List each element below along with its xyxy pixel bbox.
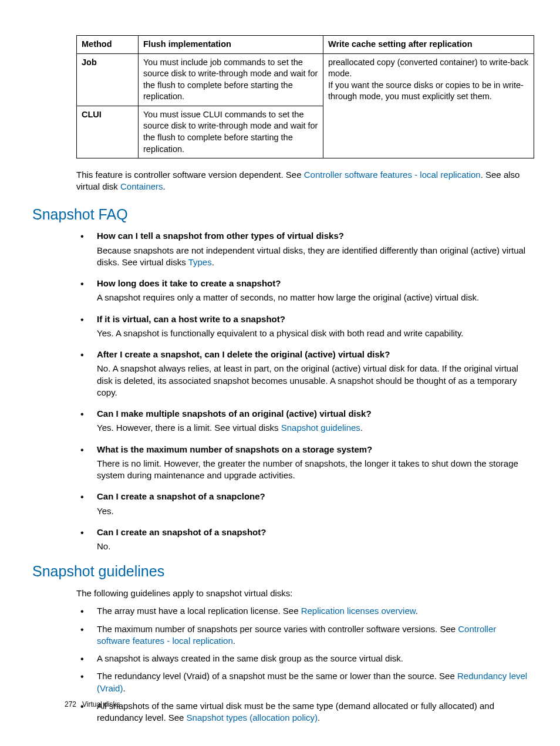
faq-question: After I create a snapshot, can I delete … <box>97 349 528 360</box>
th-flush: Flush implementation <box>139 36 323 54</box>
faq-answer: There is no limit. However, the greater … <box>97 458 528 482</box>
guideline-text: A snapshot is always created in the same… <box>97 653 403 663</box>
faq-question: If it is virtual, can a host write to a … <box>97 313 528 325</box>
guideline-text: . <box>416 606 418 616</box>
link-controller-features[interactable]: Controller software features - local rep… <box>304 170 481 180</box>
faq-item: What is the maximum number of snapshots … <box>97 444 528 482</box>
guidelines-intro: The following guidelines apply to snapsh… <box>76 588 528 599</box>
faq-item: How long does it take to create a snapsh… <box>97 278 528 304</box>
faq-question: What is the maximum number of snapshots … <box>97 444 528 455</box>
guideline-item: The array must have a local replication … <box>97 605 528 617</box>
faq-list: How can I tell a snapshot from other typ… <box>97 230 528 552</box>
faq-answer-text: . <box>212 257 214 267</box>
cell-flush: You must issue CLUI commands to set the … <box>139 106 323 158</box>
faq-item: Can I create an snapshot of a snapshot?N… <box>97 526 528 553</box>
method-label: Job <box>82 58 97 67</box>
th-method: Method <box>77 36 139 54</box>
faq-item: If it is virtual, can a host write to a … <box>97 313 528 340</box>
guideline-item: The maximum number of snapshots per sour… <box>97 623 528 647</box>
link-containers[interactable]: Containers <box>120 181 163 191</box>
faq-answer: No. A snapshot always relies, at least i… <box>97 363 528 399</box>
cell-flush: You must include job commands to set the… <box>139 53 323 106</box>
intro-text: . <box>163 181 166 191</box>
faq-answer: No. <box>97 541 528 552</box>
faq-answer-text: A snapshot requires only a matter of sec… <box>97 292 479 302</box>
intro-paragraph: This feature is controller software vers… <box>76 169 528 193</box>
guideline-text: . <box>233 636 235 646</box>
faq-item: After I create a snapshot, can I delete … <box>97 349 528 399</box>
page-number: 272 <box>65 700 76 708</box>
faq-item: Can I create a snapshot of a snapclone?Y… <box>97 491 528 517</box>
guideline-text: The maximum number of snapshots per sour… <box>97 624 458 634</box>
replication-methods-table: Method Flush implementation Write cache … <box>76 35 534 158</box>
faq-answer: Yes. A snapshot is functionally equivale… <box>97 328 528 339</box>
guideline-text: . <box>123 683 125 693</box>
faq-answer-text: Yes. However, there is a limit. See virt… <box>97 423 281 433</box>
heading-snapshot-guidelines: Snapshot guidelines <box>32 562 528 582</box>
faq-answer-text: Yes. A snapshot is functionally equivale… <box>97 328 464 338</box>
faq-question: How can I tell a snapshot from other typ… <box>97 230 528 242</box>
faq-question: Can I create an snapshot of a snapshot? <box>97 526 528 538</box>
faq-item: How can I tell a snapshot from other typ… <box>97 230 528 268</box>
faq-question: How long does it take to create a snapsh… <box>97 278 528 289</box>
faq-answer: A snapshot requires only a matter of sec… <box>97 292 528 303</box>
cell-write-cache: preallocated copy (converted container) … <box>323 53 534 158</box>
faq-answer-text: Because snapshots are not independent vi… <box>97 245 525 267</box>
guideline-item: A snapshot is always created in the same… <box>97 653 528 664</box>
faq-question: Can I create a snapshot of a snapclone? <box>97 491 528 502</box>
faq-question: Can I make multiple snapshots of an orig… <box>97 408 528 420</box>
faq-answer: Because snapshots are not independent vi… <box>97 245 528 269</box>
method-label: CLUI <box>82 110 102 119</box>
th-write: Write cache setting after replication <box>323 36 534 54</box>
guideline-link[interactable]: Snapshot types (allocation policy) <box>187 713 318 723</box>
cell-method: Job <box>77 53 139 106</box>
footer-section: Virtual disks <box>82 700 120 708</box>
guidelines-list: The array must have a local replication … <box>97 605 528 724</box>
intro-text: This feature is controller software vers… <box>76 170 304 180</box>
faq-answer-text: No. A snapshot always relies, at least i… <box>97 363 518 397</box>
page-footer: 272 Virtual disks <box>65 700 120 709</box>
faq-item: Can I make multiple snapshots of an orig… <box>97 408 528 434</box>
faq-answer-text: Yes. <box>97 506 114 516</box>
guideline-text: . <box>318 713 320 723</box>
table-row: Job You must include job commands to set… <box>77 53 534 106</box>
faq-answer: Yes. <box>97 505 528 517</box>
guideline-link[interactable]: Replication licenses overview <box>301 606 416 616</box>
cell-method: CLUI <box>77 106 139 158</box>
faq-answer: Yes. However, there is a limit. See virt… <box>97 422 528 434</box>
guideline-item: All snapshots of the same virtual disk m… <box>97 700 528 724</box>
guideline-text: The redundancy level (Vraid) of a snapsh… <box>97 671 457 681</box>
faq-answer-link[interactable]: Types <box>188 257 212 267</box>
faq-answer-text: There is no limit. However, the greater … <box>97 458 518 480</box>
faq-answer-text: . <box>360 423 363 433</box>
heading-snapshot-faq: Snapshot FAQ <box>32 205 528 225</box>
guideline-item: The redundancy level (Vraid) of a snapsh… <box>97 670 528 694</box>
faq-answer-link[interactable]: Snapshot guidelines <box>281 423 360 433</box>
guideline-text: The array must have a local replication … <box>97 606 301 616</box>
faq-answer-text: No. <box>97 541 110 551</box>
